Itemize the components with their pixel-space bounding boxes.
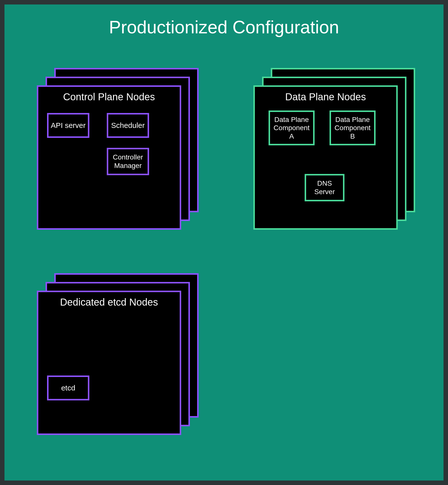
component-a-label: Data Plane Component A xyxy=(274,115,310,141)
data-plane-title: Data Plane Nodes xyxy=(255,87,396,103)
component-b-box: Data Plane Component B xyxy=(330,110,376,145)
data-plane-card-front: Data Plane Nodes Data Plane Component A … xyxy=(253,85,398,230)
etcd-label: etcd xyxy=(61,383,75,392)
dns-server-label: DNS Server xyxy=(314,179,335,196)
etcd-stack: Dedicated etcd Nodes etcd xyxy=(37,273,199,435)
control-plane-title: Control Plane Nodes xyxy=(38,87,180,103)
etcd-card-front: Dedicated etcd Nodes etcd xyxy=(37,291,181,435)
controller-manager-label: Controller Manager xyxy=(113,153,143,170)
canvas: Productionized Configuration Control Pla… xyxy=(0,0,448,485)
component-a-box: Data Plane Component A xyxy=(269,110,315,145)
scheduler-box: Scheduler xyxy=(107,113,149,138)
dns-server-box: DNS Server xyxy=(305,174,344,201)
data-plane-stack: Data Plane Nodes Data Plane Component A … xyxy=(253,68,415,230)
control-plane-card-front: Control Plane Nodes API server Scheduler… xyxy=(37,85,181,230)
api-server-label: API server xyxy=(51,121,86,130)
component-b-label: Data Plane Component B xyxy=(335,115,371,141)
diagram-frame: Productionized Configuration Control Pla… xyxy=(4,4,444,481)
etcd-title: Dedicated etcd Nodes xyxy=(38,292,180,308)
controller-manager-box: Controller Manager xyxy=(107,148,149,175)
etcd-box: etcd xyxy=(47,376,89,400)
control-plane-stack: Control Plane Nodes API server Scheduler… xyxy=(37,68,199,230)
diagram-title: Productionized Configuration xyxy=(4,17,444,37)
api-server-box: API server xyxy=(47,113,89,138)
scheduler-label: Scheduler xyxy=(111,121,145,130)
